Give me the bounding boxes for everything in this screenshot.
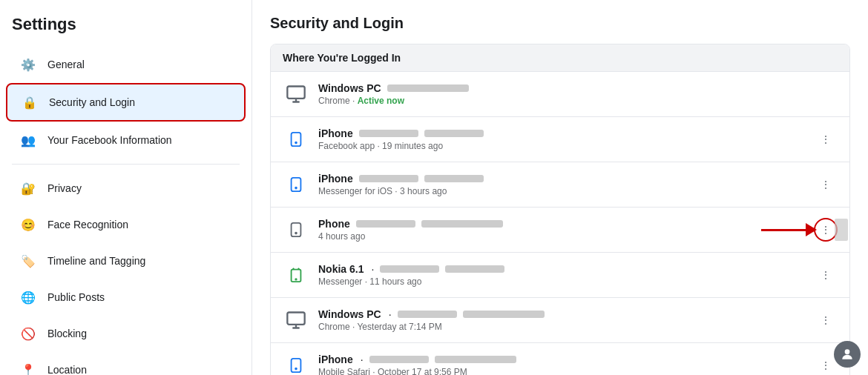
sidebar-title: Settings: [0, 12, 251, 46]
blocking-icon: 🚫: [18, 323, 39, 344]
device-info-3: iPhone Messenger for iOS · 3 hours ago: [318, 173, 814, 196]
sidebar-label-face-recognition: Face Recognition: [47, 219, 128, 230]
public-posts-icon: 🌐: [18, 287, 39, 308]
device-redacted-6b: [463, 311, 545, 318]
svg-point-13: [295, 368, 297, 370]
phone-icon-7: [283, 352, 309, 375]
sidebar-label-general: General: [47, 59, 85, 70]
phone-icon-4: [283, 216, 309, 243]
sidebar-label-location: Location: [47, 364, 87, 375]
sidebar-item-public-posts[interactable]: 🌐 Public Posts: [6, 279, 246, 315]
device-row-2: iPhone Facebook app · 19 minutes ago ⋮: [271, 117, 849, 162]
sidebar-item-general[interactable]: ⚙️ General: [6, 47, 246, 82]
sidebar-item-facebook-info[interactable]: 👥 Your Facebook Information: [6, 122, 246, 158]
svg-point-6: [295, 233, 297, 234]
sidebar-item-security[interactable]: 🔒 Security and Login: [6, 83, 246, 122]
security-icon: 🔒: [19, 92, 40, 113]
device-row-1: Windows PC Chrome · Active now: [271, 72, 849, 117]
privacy-icon: 🔐: [18, 178, 39, 199]
sidebar-item-location[interactable]: 📍 Location: [6, 352, 246, 375]
device-meta-1: Chrome · Active now: [318, 96, 838, 106]
sidebar-label-blocking: Blocking: [47, 328, 87, 339]
device-row-6: Windows PC · Chrome · Yesterday at 7:14 …: [271, 298, 849, 343]
device-name-7: iPhone: [318, 354, 353, 365]
svg-point-15: [845, 349, 850, 354]
device-meta-3: Messenger for iOS · 3 hours ago: [318, 186, 814, 196]
location-icon: 📍: [18, 359, 39, 375]
app-container: Settings ⚙️ General 🔒 Security and Login…: [0, 0, 868, 375]
device-redacted-5: [380, 265, 439, 273]
svg-rect-1: [292, 133, 301, 146]
sidebar-group-1: ⚙️ General 🔒 Security and Login 👥 Your F…: [0, 47, 251, 158]
device-redacted-2b: [424, 130, 484, 137]
device-row-3: iPhone Messenger for iOS · 3 hours ago ⋮: [271, 162, 849, 208]
svg-point-8: [295, 279, 296, 279]
phone-icon-3: [283, 171, 309, 198]
device-redacted-4: [356, 220, 415, 228]
device-redacted-4b: [421, 220, 503, 228]
device-redacted-6: [398, 311, 457, 318]
section-header: Where You're Logged In: [271, 44, 849, 72]
page-title: Security and Login: [270, 15, 850, 32]
device-more-btn-5[interactable]: ⋮: [814, 263, 838, 287]
device-info-2: iPhone Facebook app · 19 minutes ago: [318, 127, 814, 151]
device-name-1: Windows PC: [318, 82, 381, 94]
device-info-4: Phone 4 hours ago: [318, 218, 814, 242]
face-recognition-icon: 😊: [18, 214, 39, 235]
sidebar-group-2: 🔐 Privacy 😊 Face Recognition 🏷️ Timeline…: [0, 170, 251, 375]
device-info-7: iPhone · Mobile Safari · October 17 at 9…: [318, 354, 814, 375]
user-avatar[interactable]: [834, 341, 861, 368]
device-more-btn-3[interactable]: ⋮: [814, 173, 838, 196]
device-info-5: Nokia 6.1 · Messenger · 11 hours ago: [318, 263, 814, 287]
device-name-2: iPhone: [318, 127, 353, 139]
device-name-6: Windows PC: [318, 308, 381, 320]
device-meta-2: Facebook app · 19 minutes ago: [318, 141, 814, 151]
device-redacted-7: [369, 356, 429, 363]
device-row-7: iPhone · Mobile Safari · October 17 at 9…: [271, 343, 849, 375]
device-info-6: Windows PC · Chrome · Yesterday at 7:14 …: [318, 308, 814, 332]
device-redacted-2: [359, 130, 418, 137]
sidebar-divider-1: [12, 164, 240, 165]
device-redacted-5b: [445, 265, 504, 273]
timeline-icon: 🏷️: [18, 250, 39, 271]
sidebar-item-blocking[interactable]: 🚫 Blocking: [6, 316, 246, 351]
sidebar-item-face-recognition[interactable]: 😊 Face Recognition: [6, 207, 246, 242]
device-redacted-3: [359, 175, 418, 182]
device-meta-6: Chrome · Yesterday at 7:14 PM: [318, 322, 814, 332]
device-meta-4: 4 hours ago: [318, 231, 814, 242]
sidebar-label-security: Security and Login: [49, 96, 135, 108]
monitor-icon-6: [283, 307, 309, 333]
device-row-4: Phone 4 hours ago ⋮: [271, 208, 849, 253]
sidebar-label-facebook-info: Your Facebook Information: [47, 134, 172, 146]
device-meta-7: Mobile Safari · October 17 at 9:56 PM: [318, 367, 814, 375]
device-redacted-7b: [435, 356, 516, 363]
svg-rect-11: [287, 313, 304, 325]
main-content: Security and Login Where You're Logged I…: [252, 0, 868, 375]
phone-icon-2: [283, 126, 309, 153]
svg-line-10: [298, 268, 300, 270]
device-meta-5: Messenger · 11 hours ago: [318, 276, 814, 287]
svg-point-4: [295, 188, 297, 189]
facebook-info-icon: 👥: [18, 130, 39, 150]
device-row-5: Nokia 6.1 · Messenger · 11 hours ago ⋮: [271, 253, 849, 298]
device-name-4: Phone: [318, 218, 350, 230]
sidebar-item-timeline[interactable]: 🏷️ Timeline and Tagging: [6, 243, 246, 279]
general-icon: ⚙️: [18, 54, 39, 75]
device-more-btn-2[interactable]: ⋮: [814, 127, 838, 151]
svg-line-9: [292, 268, 294, 270]
device-more-btn-6[interactable]: ⋮: [814, 308, 838, 332]
device-name-5: Nokia 6.1: [318, 263, 364, 275]
svg-point-2: [295, 142, 297, 144]
logged-in-section: Where You're Logged In Windows PC Chrome…: [270, 44, 850, 375]
monitor-icon-1: [283, 81, 309, 107]
device-more-btn-4[interactable]: ⋮: [814, 218, 838, 242]
android-icon-5: [283, 262, 309, 288]
sidebar-label-timeline: Timeline and Tagging: [47, 255, 145, 267]
device-redacted-1: [387, 84, 469, 92]
sidebar: Settings ⚙️ General 🔒 Security and Login…: [0, 0, 252, 375]
sidebar-label-public-posts: Public Posts: [47, 291, 105, 303]
device-name-3: iPhone: [318, 173, 353, 185]
device-redacted-3b: [424, 175, 484, 182]
active-status: Active now: [358, 96, 404, 106]
sidebar-item-privacy[interactable]: 🔐 Privacy: [6, 170, 246, 206]
